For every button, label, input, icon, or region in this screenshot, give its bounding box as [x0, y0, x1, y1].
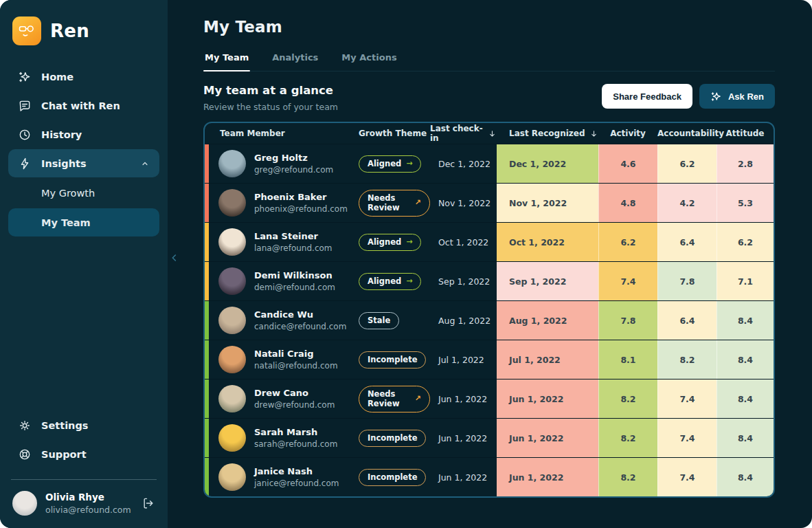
- sidebar-item-label: Support: [41, 449, 87, 460]
- member-email: candice@refound.com: [254, 322, 346, 331]
- table-row[interactable]: Sarah Marsh sarah@refound.com Incomplete…: [205, 418, 774, 457]
- table-row[interactable]: Greg Holtz greg@refound.com Aligned → De…: [205, 144, 774, 183]
- growth-theme-badge[interactable]: Incomplete: [359, 430, 426, 447]
- section-header: My team at a glance Review the status of…: [203, 84, 775, 112]
- column-header-accountability[interactable]: Accountability: [657, 129, 717, 138]
- avatar: [218, 385, 246, 412]
- member-email: demi@refound.com: [254, 283, 335, 292]
- brand: Ren: [8, 12, 159, 62]
- avatar: [218, 189, 246, 217]
- page-title: My Team: [203, 18, 775, 36]
- sort-descending-icon[interactable]: [589, 129, 598, 138]
- tab-analytics[interactable]: Analytics: [271, 52, 319, 71]
- member-email: natali@refound.com: [254, 361, 338, 371]
- collapse-sidebar-chevron[interactable]: [169, 251, 180, 265]
- member-email: janice@refound.com: [254, 478, 339, 488]
- sidebar-nav: Home Chat with Ren History: [8, 62, 159, 238]
- status-indicator-bar: [205, 144, 209, 183]
- table-row[interactable]: Janice Nash janice@refound.com Incomplet…: [205, 457, 774, 496]
- logout-icon[interactable]: [142, 496, 155, 510]
- table-row[interactable]: Lana Steiner lana@refound.com Aligned → …: [205, 222, 774, 261]
- activity-score-cell: 4.8: [598, 184, 657, 222]
- badge-arrow-icon: ↗: [415, 198, 421, 207]
- attitude-score-cell: 8.4: [717, 340, 774, 379]
- accountability-score-cell: 8.2: [657, 340, 717, 379]
- status-indicator-bar: [205, 301, 209, 340]
- column-header-growth-theme[interactable]: Growth Theme: [354, 129, 430, 138]
- last-checkin-date: Aug 1, 2022: [430, 301, 497, 340]
- column-header-team-member[interactable]: Team Member: [205, 129, 354, 138]
- badge-label: Aligned: [368, 159, 401, 168]
- table-row[interactable]: Phoenix Baker phoenix@refound.com Needs …: [205, 183, 774, 222]
- table-row[interactable]: Candice Wu candice@refound.com Stale Aug…: [205, 300, 774, 340]
- growth-theme-badge[interactable]: Aligned →: [359, 234, 421, 251]
- activity-score-cell: 6.2: [598, 223, 657, 261]
- growth-theme-cell: Needs Review ↗: [354, 380, 430, 418]
- column-header-attitude[interactable]: Attitude: [717, 129, 774, 138]
- last-checkin-date: Jun 1, 2022: [430, 380, 497, 418]
- sidebar-item-label: History: [41, 129, 82, 140]
- table-row[interactable]: Drew Cano drew@refound.com Needs Review …: [205, 379, 774, 418]
- member-name: Phoenix Baker: [254, 192, 348, 202]
- avatar: [218, 307, 246, 334]
- column-header-activity[interactable]: Activity: [598, 129, 657, 138]
- team-member-cell: Greg Holtz greg@refound.com: [205, 144, 354, 183]
- ask-ren-button[interactable]: Ask Ren: [699, 84, 775, 109]
- growth-theme-badge[interactable]: Aligned →: [359, 155, 421, 173]
- avatar: [12, 491, 37, 516]
- attitude-score-cell: 6.2: [717, 223, 774, 261]
- sidebar-item-home[interactable]: Home: [8, 63, 159, 91]
- sidebar-item-history[interactable]: History: [8, 120, 159, 148]
- accountability-score-cell: 6.4: [657, 223, 717, 261]
- last-checkin-date: Jun 1, 2022: [430, 458, 497, 496]
- sidebar: Ren Home Chat with R: [0, 0, 168, 528]
- sidebar-item-insights[interactable]: Insights: [8, 149, 159, 177]
- sidebar-item-my-growth[interactable]: My Growth: [8, 179, 159, 207]
- sidebar-item-support[interactable]: Support: [8, 440, 159, 468]
- sort-descending-icon[interactable]: [488, 129, 497, 138]
- column-header-last-check-in[interactable]: Last check-in: [430, 124, 497, 143]
- last-recognized-cell: Jun 1, 2022: [497, 380, 598, 418]
- column-label: Last check-in: [430, 124, 484, 143]
- growth-theme-badge[interactable]: Incomplete: [359, 469, 426, 486]
- tab-my-team[interactable]: My Team: [203, 52, 250, 71]
- avatar: [218, 346, 246, 373]
- last-checkin-date: Nov 1, 2022: [430, 184, 497, 222]
- sidebar-item-label: Settings: [41, 420, 88, 431]
- last-recognized-cell: Jun 1, 2022: [497, 419, 598, 457]
- sidebar-item-my-team[interactable]: My Team: [8, 208, 159, 236]
- sidebar-item-chat-with-ren[interactable]: Chat with Ren: [8, 91, 159, 120]
- member-name: Drew Cano: [254, 388, 335, 398]
- status-indicator-bar: [205, 380, 209, 418]
- accountability-score-cell: 6.4: [657, 301, 717, 340]
- growth-theme-badge[interactable]: Needs Review ↗: [359, 190, 430, 217]
- share-feedback-button[interactable]: Share Feedback: [602, 84, 692, 109]
- growth-theme-badge[interactable]: Incomplete: [359, 351, 426, 368]
- chevron-up-icon[interactable]: [140, 159, 150, 168]
- last-checkin-date: Jun 1, 2022: [430, 419, 497, 457]
- tab-my-actions[interactable]: My Actions: [340, 52, 398, 71]
- growth-theme-badge[interactable]: Aligned →: [359, 273, 421, 290]
- member-email: phoenix@refound.com: [254, 204, 348, 214]
- app-name: Ren: [50, 21, 89, 41]
- table-header-row: Team Member Growth Theme Last check-in L…: [205, 123, 774, 144]
- clock-icon: [18, 128, 32, 142]
- member-name: Sarah Marsh: [254, 427, 337, 437]
- member-name: Lana Steiner: [254, 231, 332, 241]
- last-checkin-date: Sep 1, 2022: [430, 262, 497, 300]
- growth-theme-cell: Incomplete: [354, 458, 430, 496]
- table-row[interactable]: Demi Wilkinson demi@refound.com Aligned …: [205, 261, 774, 300]
- badge-arrow-icon: →: [406, 276, 412, 285]
- sidebar-item-settings[interactable]: Settings: [8, 411, 159, 439]
- sidebar-divider: [11, 479, 157, 480]
- growth-theme-badge[interactable]: Stale: [359, 312, 399, 329]
- last-recognized-cell: Dec 1, 2022: [497, 144, 598, 183]
- status-indicator-bar: [205, 340, 209, 379]
- last-recognized-cell: Aug 1, 2022: [497, 301, 598, 340]
- growth-theme-badge[interactable]: Needs Review ↗: [359, 386, 430, 412]
- team-member-cell: Demi Wilkinson demi@refound.com: [205, 262, 354, 300]
- badge-label: Stale: [368, 316, 390, 325]
- column-header-last-recognized[interactable]: Last Recognized: [497, 129, 598, 138]
- user-profile[interactable]: Olivia Rhye olivia@refound.com: [8, 488, 159, 517]
- table-row[interactable]: Natali Craig natali@refound.com Incomple…: [205, 340, 774, 379]
